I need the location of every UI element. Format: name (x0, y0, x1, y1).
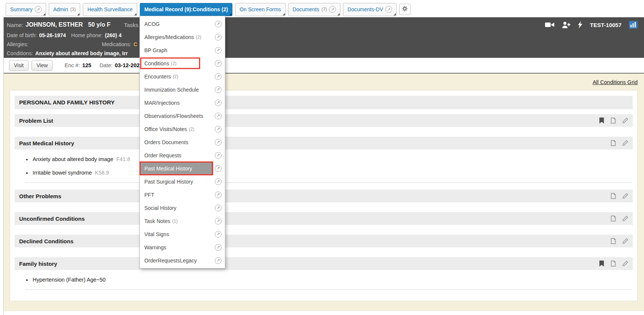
list-item: Hypertension (Father) Age~50 (26, 273, 631, 286)
section-title: Family history (19, 261, 57, 267)
menu-item-past-surgical-history[interactable]: Past Surgical History (140, 175, 225, 188)
divider (25, 182, 632, 183)
tab-on-screen-forms[interactable]: On Screen Forms (235, 3, 285, 16)
tab-label: Admin (53, 6, 68, 12)
open-in-window-icon[interactable] (215, 165, 222, 172)
notes-icon[interactable] (610, 238, 616, 244)
notes-icon[interactable] (610, 118, 616, 124)
open-in-window-icon[interactable] (215, 21, 222, 27)
left-panel-strip (0, 17, 4, 315)
tab-medical-record[interactable]: Medical Record (9):Conditions (2) (140, 3, 232, 16)
menu-item-office-visits-notes[interactable]: Office Visits/Notes (2) (140, 122, 225, 136)
enc-date-label: Date: (100, 62, 113, 68)
open-in-window-icon[interactable] (215, 47, 222, 54)
section-header: Family history (15, 257, 633, 270)
menu-item-label: Order Requests (144, 152, 181, 158)
open-in-window-icon[interactable] (215, 257, 222, 264)
menu-item-task-notes[interactable]: Task Notes (1) (140, 214, 225, 228)
open-in-window-icon[interactable] (215, 34, 222, 41)
open-in-window-icon[interactable] (215, 139, 222, 146)
tab-admin[interactable]: Admin (3) (49, 3, 80, 16)
pencil-icon[interactable] (622, 216, 628, 222)
menu-item-allergies-medications[interactable]: Allergies/Medications (2) (140, 30, 225, 44)
open-in-window-icon[interactable] (385, 6, 392, 13)
patient-name: JOHNSON, ESTHER (25, 21, 83, 28)
tab-summary[interactable]: Summary (6, 3, 46, 16)
condition-text: Anxiety about altered body image (33, 156, 113, 162)
section-title: Past Medical History (19, 140, 74, 146)
open-in-window-icon[interactable] (215, 244, 222, 251)
menu-item-bp-graph[interactable]: BP Graph (140, 44, 225, 57)
view-button[interactable]: View (31, 60, 52, 71)
menu-item-social-history[interactable]: Social History (140, 201, 225, 214)
tab-health-surveillance[interactable]: Health Surveillance (83, 3, 137, 16)
video-camera-icon[interactable] (545, 21, 554, 28)
dob-value: 05-26-1974 (39, 32, 66, 38)
open-in-window-icon[interactable] (215, 205, 222, 211)
bullet-icon (26, 277, 33, 283)
bookmark-icon[interactable] (599, 261, 604, 267)
menu-item-warnings[interactable]: Warnings (140, 241, 225, 254)
menu-item-label: Orders Documents (144, 139, 188, 145)
menu-item-label: Past Surgical History (144, 179, 193, 185)
open-in-window-icon[interactable] (215, 178, 222, 185)
menu-item-label: Conditions (144, 60, 169, 66)
open-in-window-icon[interactable] (329, 6, 336, 13)
open-in-window-icon[interactable] (35, 6, 42, 13)
tab-documents[interactable]: Documents (7) (288, 3, 340, 16)
divider (25, 289, 632, 290)
open-in-window-icon[interactable] (215, 218, 222, 225)
notes-icon[interactable] (610, 216, 616, 222)
visit-button[interactable]: Visit (9, 60, 28, 71)
menu-item-past-medical-history[interactable]: Past Medical History (140, 162, 225, 175)
menu-item-observations-flowsheets[interactable]: Observations/Flowsheets (140, 109, 225, 122)
pencil-icon[interactable] (622, 118, 628, 124)
condition-list: Anxiety about altered body image F41.8 I… (15, 149, 633, 179)
section-actions (610, 193, 628, 199)
section-actions (599, 118, 628, 124)
menu-item-count: (2) (171, 61, 177, 66)
open-in-window-icon[interactable] (215, 113, 222, 119)
notes-icon[interactable] (610, 261, 616, 267)
section-title: Declined Conditions (19, 238, 73, 244)
tab-label: Summary (10, 6, 33, 12)
lightning-icon[interactable] (578, 21, 583, 29)
open-in-window-icon[interactable] (215, 191, 222, 198)
panel-title: PERSONAL AND FAMILY HISTORY (19, 99, 115, 106)
gear-button[interactable] (399, 4, 410, 15)
menu-item-immunization-schedule[interactable]: Immunization Schedule (140, 83, 225, 96)
patient-header-row-1: Name: JOHNSON, ESTHER 50 y/o F Tasks TES… (7, 19, 644, 31)
menu-item-order-requests[interactable]: Order Requests (140, 149, 225, 162)
all-conditions-grid-link[interactable]: All Conditions Grid (593, 79, 638, 85)
open-in-window-icon[interactable] (215, 73, 222, 80)
menu-item-vital-signs[interactable]: Vital Signs (140, 228, 225, 241)
tab-label: Medical Record (9):Conditions (2) (144, 6, 228, 12)
add-user-icon[interactable] (562, 21, 571, 29)
condition-text: Hypertension (Father) Age~50 (33, 277, 106, 283)
section-actions (610, 216, 628, 222)
pencil-icon[interactable] (622, 261, 628, 267)
tab-count: (3) (70, 7, 76, 12)
tab-documents-dv[interactable]: Documents-DV (343, 3, 397, 16)
pencil-icon[interactable] (622, 193, 628, 199)
pencil-icon[interactable] (622, 238, 628, 244)
pencil-icon[interactable] (622, 140, 628, 146)
notes-icon[interactable] (610, 140, 616, 146)
open-in-window-icon[interactable] (215, 99, 222, 106)
menu-item-mar-injections[interactable]: MAR/Injections (140, 96, 225, 109)
tab-label: On Screen Forms (240, 6, 281, 12)
open-in-window-icon[interactable] (215, 152, 222, 159)
menu-item-orders-documents[interactable]: Orders Documents (140, 136, 225, 149)
open-in-window-icon[interactable] (215, 126, 222, 133)
notes-icon[interactable] (610, 193, 616, 199)
open-in-window-icon[interactable] (215, 60, 222, 67)
menu-item-encounters[interactable]: Encounters (2) (140, 70, 225, 83)
open-in-window-icon[interactable] (215, 231, 222, 238)
bookmark-icon[interactable] (599, 118, 604, 124)
menu-item-conditions[interactable]: Conditions (2) (140, 57, 225, 70)
menu-item-acog[interactable]: ACOG (140, 17, 225, 30)
menu-item-pft[interactable]: PFT (140, 188, 225, 201)
bar-chart-icon[interactable] (629, 21, 638, 29)
open-in-window-icon[interactable] (215, 86, 222, 93)
menu-item-orderrequestslegacy[interactable]: OrderRequestsLegacy (140, 254, 225, 267)
